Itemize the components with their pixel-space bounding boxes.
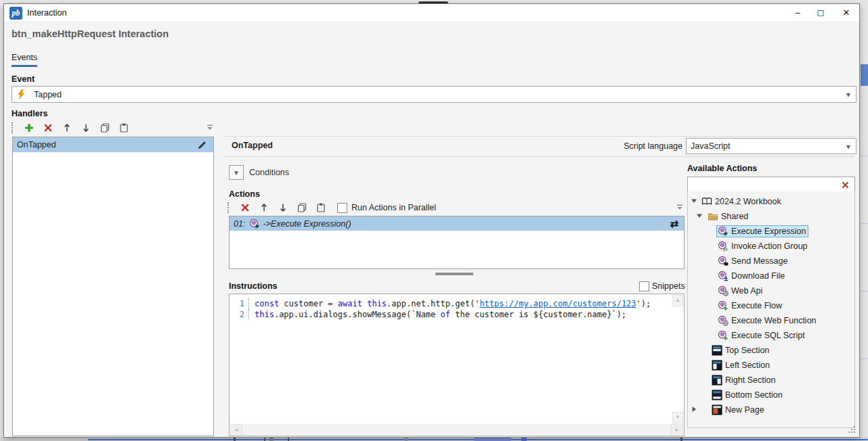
title-bar[interactable]: pb Interaction – ◻ ✕ — [4, 4, 859, 22]
conditions-label: Conditions — [249, 168, 289, 177]
toolbar-grip-icon[interactable] — [227, 202, 233, 213]
tree-item-label: Bottom Section — [725, 390, 783, 400]
action-expression-icon — [718, 226, 729, 237]
action-row-index: 01: — [234, 219, 245, 229]
action-message-icon — [718, 256, 729, 266]
move-down-button[interactable] — [77, 121, 95, 135]
event-label: Event — [12, 74, 35, 84]
section-left-icon — [712, 360, 722, 371]
tree-item-label: Execute Web Function — [731, 316, 817, 325]
code-line[interactable]: 1const customer = await this.app.net.htt… — [230, 298, 684, 309]
tree-item-label: Send Message — [731, 256, 787, 266]
tree-item-send-message[interactable]: Send Message — [688, 254, 854, 269]
tree-item-label: Invoke Action Group — [731, 241, 808, 251]
handlers-label: Handlers — [12, 109, 48, 118]
move-up-button[interactable] — [58, 121, 77, 135]
snippets-checkbox[interactable] — [639, 281, 649, 292]
action-sql-icon — [718, 330, 729, 341]
action-webapi-icon — [718, 285, 729, 296]
horizontal-scrollbar[interactable]: ◄ ► — [230, 424, 683, 435]
folder-icon — [708, 211, 718, 222]
copy-button[interactable] — [95, 121, 114, 135]
copy-button[interactable] — [292, 201, 311, 214]
splitter-handle[interactable] — [435, 273, 473, 275]
tree-item-execute-web-function[interactable]: Execute Web Function — [688, 314, 854, 329]
swap-action-icon[interactable]: ⇄ — [670, 218, 678, 230]
toolbar-grip-icon[interactable] — [12, 122, 17, 133]
expander-down-icon[interactable] — [696, 212, 703, 219]
code-editor[interactable]: 1const customer = await this.app.net.htt… — [229, 294, 685, 436]
tree-item-top-section[interactable]: Top Section — [688, 344, 854, 358]
scroll-up-icon[interactable]: ▲ — [672, 295, 683, 306]
chevron-down-icon: ▾ — [841, 141, 856, 152]
scroll-down-icon[interactable]: ▼ — [672, 412, 683, 423]
run-parallel-checkbox[interactable] — [337, 203, 347, 213]
scroll-right-icon[interactable]: ► — [671, 424, 683, 436]
tree-item-execute-flow[interactable]: Execute Flow — [688, 299, 854, 314]
tree-item-shared[interactable]: Shared — [688, 210, 854, 225]
event-dropdown-value: Tapped — [30, 90, 841, 99]
lightning-icon — [12, 89, 30, 99]
actions-label: Actions — [229, 189, 260, 199]
move-down-button[interactable] — [274, 201, 292, 214]
handlers-toolbar — [12, 120, 215, 135]
tree-item-right-section[interactable]: Right Section — [688, 373, 854, 388]
actions-list[interactable]: 01:->Execute Expression()⇄ — [229, 216, 685, 269]
line-number: 2 — [230, 309, 248, 320]
window-title: Interaction — [27, 8, 66, 18]
new-page-icon — [712, 404, 722, 415]
tree-item-label: Shared — [721, 212, 748, 221]
delete-button[interactable] — [236, 201, 255, 214]
tree-item-label: Execute Flow — [731, 301, 782, 310]
svg-text:fx: fx — [724, 246, 728, 252]
action-download-icon — [718, 271, 729, 281]
event-dropdown[interactable]: Tapped ▾ — [12, 86, 856, 103]
clear-search-icon[interactable] — [841, 181, 854, 189]
available-actions-tree[interactable]: 2024.2 WorkbookSharedExecute Expressionf… — [687, 191, 855, 428]
section-right-icon — [712, 375, 722, 386]
move-up-button[interactable] — [255, 201, 274, 214]
tree-item-label: Download File — [731, 271, 785, 281]
tree-item-label: Right Section — [725, 375, 775, 385]
tab-events[interactable]: Events — [12, 53, 37, 62]
script-language-dropdown[interactable]: JavaScript ▾ — [686, 138, 856, 154]
maximize-button[interactable]: ◻ — [809, 4, 832, 22]
tree-item-invoke-action-group[interactable]: fxInvoke Action Group — [688, 239, 854, 254]
tree-item-new-page[interactable]: New Page — [688, 403, 854, 418]
resize-grip[interactable] — [847, 425, 856, 434]
expander-right-icon[interactable] — [691, 406, 697, 413]
scroll-left-icon[interactable]: ◄ — [230, 424, 242, 436]
tree-item-download-file[interactable]: Download File — [688, 269, 854, 284]
available-actions-label: Available Actions — [687, 164, 757, 173]
paste-button[interactable] — [114, 121, 133, 135]
tree-item-execute-expression[interactable]: Execute Expression — [688, 225, 854, 239]
tree-item-left-section[interactable]: Left Section — [688, 358, 854, 373]
toolbar-overflow-icon[interactable] — [205, 122, 215, 133]
tree-item-web-api[interactable]: Web Api — [688, 284, 854, 299]
tree-item-label: Web Api — [731, 286, 762, 296]
handlers-list[interactable]: OnTapped — [12, 137, 214, 436]
instructions-label: Instructions — [229, 281, 278, 291]
code-line[interactable]: 2this.app.ui.dialogs.showMessage(`Name o… — [230, 309, 684, 320]
action-webfunction-icon — [718, 315, 729, 326]
add-button[interactable] — [20, 121, 39, 135]
line-number: 1 — [230, 298, 248, 309]
conditions-expander-button[interactable]: ▼ — [229, 165, 244, 180]
tree-item-label: Execute SQL Script — [731, 331, 805, 340]
minimize-button[interactable]: – — [786, 4, 809, 22]
available-actions-search-input[interactable] — [687, 177, 855, 193]
paste-button[interactable] — [311, 201, 330, 214]
tree-item-2024-2-workbook[interactable]: 2024.2 Workbook — [688, 195, 854, 210]
toolbar-overflow-icon[interactable] — [675, 202, 685, 213]
tree-item-label: New Page — [725, 405, 764, 415]
action-row[interactable]: 01:->Execute Expression()⇄ — [230, 216, 684, 231]
expander-down-icon[interactable] — [691, 198, 697, 204]
tree-item-label: 2024.2 Workbook — [715, 197, 781, 206]
delete-button[interactable] — [39, 121, 58, 135]
actions-toolbar: Run Actions in Parallel — [227, 201, 685, 214]
edit-handler-icon[interactable] — [197, 139, 208, 150]
tree-item-execute-sql-script[interactable]: Execute SQL Script — [688, 329, 854, 344]
close-button[interactable]: ✕ — [835, 4, 858, 22]
tree-item-bottom-section[interactable]: Bottom Section — [688, 388, 854, 403]
handler-row[interactable]: OnTapped — [13, 137, 213, 152]
